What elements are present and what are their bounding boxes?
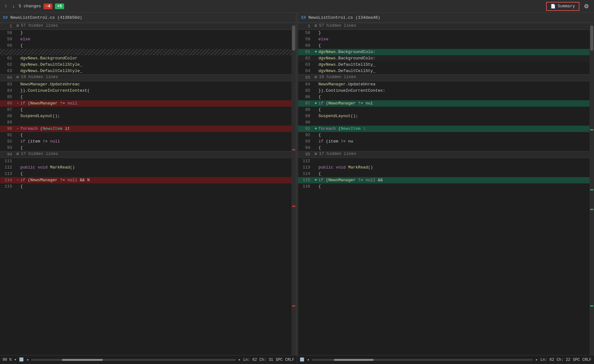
hidden-expand-icon[interactable]: ⊞ — [315, 75, 317, 81]
table-row: 89 SuspendLayout(); — [298, 113, 594, 119]
right-scroll-right[interactable]: ▸ — [536, 357, 538, 362]
line-number: 87 — [0, 107, 15, 113]
right-marker-3 — [590, 209, 593, 210]
right-marker-1 — [590, 129, 593, 130]
up-arrow-btn[interactable]: ↑ — [3, 3, 8, 10]
line-content: dgvNews.BackgroundColo: — [318, 55, 594, 62]
statusbars: 90 % ▾ 🔢 ◂ ▸ Ln: 62 Ch: 31 SPC CRLF 🔢 ◂ … — [0, 355, 594, 364]
right-code-area[interactable]: 1⊞57 hidden lines58 }59 else60 {61+ dgvN… — [298, 23, 594, 355]
line-content: { — [318, 43, 594, 49]
down-arrow-btn[interactable]: ↓ — [11, 3, 16, 10]
table-row: 87 { — [0, 107, 296, 113]
line-number: 59 — [298, 36, 313, 43]
line-content: else — [20, 36, 296, 43]
line-content: { — [318, 107, 594, 113]
table-row: 113 { — [0, 171, 296, 177]
table-row: 63 dgvNews.DefaultCellSty_ — [298, 62, 594, 68]
table-row: 112 public void MarkRead() — [0, 164, 296, 171]
line-content: { — [20, 171, 296, 177]
left-scroll-left[interactable]: ◂ — [26, 357, 29, 362]
line-number: 112 — [298, 158, 313, 164]
hidden-lines-label: 17 hidden lines — [21, 151, 58, 158]
line-content: foreach (NewsItem it — [20, 126, 296, 132]
table-row: 115 { — [0, 183, 296, 190]
line-content: { — [20, 94, 296, 100]
line-diff-marker — [15, 68, 20, 74]
table-row: 91+ foreach (NewsItem : — [298, 126, 594, 132]
table-row: 84 }).ContinueInCurrentContext( — [0, 88, 296, 94]
table-row: 60 { — [298, 43, 594, 49]
line-number: 114 — [298, 171, 313, 177]
hidden-expand-icon[interactable]: ⊞ — [17, 75, 19, 81]
table-row: 61 dgvNews.BackgroundColor — [0, 55, 296, 62]
line-diff-marker — [313, 158, 318, 164]
line-diff-marker: + — [313, 126, 318, 132]
line-diff-marker — [15, 145, 20, 151]
line-number: 94 — [298, 145, 313, 151]
hidden-lines-label: 17 hidden lines — [319, 151, 356, 158]
hidden-expand-icon[interactable]: ⊞ — [17, 151, 19, 158]
summary-button[interactable]: 📄 Summary — [546, 2, 579, 11]
line-number: 61 — [0, 55, 15, 62]
line-diff-marker: + — [313, 177, 318, 183]
line-diff-marker — [15, 183, 20, 190]
line-diff-marker — [313, 119, 318, 126]
line-number: 60 — [298, 43, 313, 49]
line-number: 84 — [0, 88, 15, 94]
right-code-scroll[interactable]: 1⊞57 hidden lines58 }59 else60 {61+ dgvN… — [298, 23, 594, 355]
line-number: 83 — [0, 81, 15, 88]
right-scrollbar[interactable] — [590, 23, 594, 355]
right-mini-thumb — [334, 359, 374, 361]
right-scroll-left[interactable]: ◂ — [307, 357, 309, 362]
hidden-expand-icon[interactable]: ⊞ — [315, 151, 317, 158]
hidden-expand-icon[interactable]: ⊞ — [315, 23, 317, 30]
line-diff-marker — [313, 81, 318, 88]
line-diff-marker: - — [15, 177, 20, 183]
line-content: SuspendLayout(); — [318, 113, 594, 119]
left-scroll-thumb[interactable] — [292, 25, 295, 51]
table-row: 1⊞57 hidden lines — [298, 23, 594, 30]
line-number: 59 — [0, 36, 15, 43]
line-diff-marker — [313, 138, 318, 145]
right-marker-4 — [590, 305, 593, 307]
table-row: 60 { — [0, 43, 296, 49]
line-diff-marker: + — [313, 49, 318, 55]
settings-button[interactable]: ⚙ — [582, 2, 591, 11]
right-ln: Ln: 62 — [540, 358, 554, 362]
table-row: 83 NewsManager.UpdateUnreac — [0, 81, 296, 88]
table-row: 58 } — [298, 30, 594, 36]
table-row: 59 else — [0, 36, 296, 43]
table-row: 64⊞19 hidden lines — [0, 74, 296, 81]
line-diff-marker — [15, 36, 20, 43]
line-diff-marker: + — [313, 100, 318, 107]
line-content: { — [318, 183, 594, 190]
table-row: 84 NewsManager.UpdateUnrea — [298, 81, 594, 88]
line-content: if (NewsManager != null && N — [20, 177, 296, 183]
left-scrollbar[interactable] — [291, 23, 296, 355]
left-code-scroll[interactable]: 1⊞57 hidden lines58 }59 else60 {61 dgvNe… — [0, 23, 296, 355]
line-diff-marker — [15, 30, 20, 36]
left-zoom[interactable]: 90 % — [3, 358, 12, 362]
right-scroll-thumb[interactable] — [590, 25, 593, 51]
line-content: if (item != null — [20, 138, 296, 145]
line-content: SuspendLayout(); — [20, 113, 296, 119]
table-row: 94 { — [298, 145, 594, 151]
left-mini-scrollbar[interactable] — [31, 359, 236, 361]
table-row: 95⊞17 hidden lines — [298, 151, 594, 158]
right-enc: SPC — [573, 358, 580, 362]
line-number: 89 — [0, 119, 15, 126]
line-number: 115 — [298, 177, 313, 183]
line-content: dgvNews.BackgroundColo: — [318, 49, 594, 55]
line-number: 89 — [298, 113, 313, 119]
line-number: 90 — [0, 126, 15, 132]
right-mini-scrollbar[interactable] — [312, 359, 533, 361]
left-zoom-dropdown-icon[interactable]: ▾ — [14, 357, 17, 362]
line-number: 116 — [298, 183, 313, 190]
table-row: 114 { — [298, 171, 594, 177]
left-code-area[interactable]: 1⊞57 hidden lines58 }59 else60 {61 dgvNe… — [0, 23, 296, 355]
line-content: if (NewsManager != nul — [318, 100, 594, 107]
line-diff-marker — [313, 113, 318, 119]
hidden-expand-icon[interactable]: ⊞ — [17, 23, 19, 30]
right-marker-2 — [590, 189, 593, 190]
left-scroll-right[interactable]: ▸ — [238, 357, 241, 362]
